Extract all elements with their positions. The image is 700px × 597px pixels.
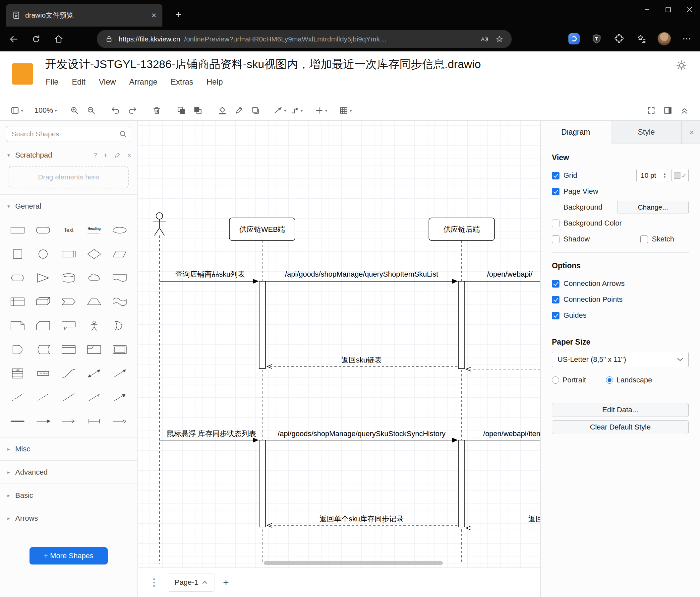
delete-button[interactable] [150,103,164,118]
shape-container[interactable] [56,340,81,359]
shape-dotted-line[interactable] [30,388,56,407]
menu-arrange[interactable]: Arrange [129,77,157,87]
shape-data-storage[interactable] [30,340,56,359]
page-tab[interactable]: Page-1 [168,573,215,592]
section-general[interactable]: ▾ General [0,194,137,218]
connection-arrows-checkbox[interactable] [552,280,559,288]
redo-button[interactable] [125,103,139,118]
shape-tape[interactable] [107,292,132,311]
guides-checkbox[interactable] [552,312,559,319]
shadow-button[interactable] [249,103,262,118]
table-button[interactable]: ▾ [339,103,353,118]
shape-cube[interactable] [30,292,56,311]
sketch-checkbox[interactable] [640,236,648,243]
portrait-radio[interactable] [552,377,559,384]
menu-view[interactable]: View [99,77,116,87]
shape-arrow-open[interactable] [81,388,107,407]
shape-horizontal-arrow-open[interactable] [56,412,81,430]
shape-diamond-arrow[interactable] [107,412,132,430]
section-arrows[interactable]: ▸Arrows [0,507,137,530]
activation-bars-1[interactable] [259,281,465,368]
theme-toggle-button[interactable] [674,58,689,73]
fill-color-button[interactable] [216,103,229,118]
shape-note[interactable] [5,316,30,335]
zoom-in-button[interactable] [68,103,81,118]
connection-points-checkbox[interactable] [552,296,559,304]
shape-bidirectional-arrow[interactable] [81,364,107,383]
scratchpad-close-icon[interactable]: × [127,151,131,159]
line-color-button[interactable] [232,103,246,118]
menu-help[interactable]: Help [206,77,223,87]
shape-or[interactable] [107,316,132,335]
shape-double-rectangle[interactable] [107,340,132,359]
shape-rounded-rectangle[interactable] [30,221,56,239]
scratchpad-edit-icon[interactable] [114,152,121,159]
message-group-2[interactable]: 鼠标悬浮 库存同步状态列表 /api/goods/shopManage/quer… [159,430,540,440]
return-group-2[interactable]: 返回单个sku库存同步记录 返回 [267,515,540,528]
shape-link[interactable] [81,412,107,430]
menu-edit[interactable]: Edit [72,77,85,87]
section-advanced[interactable]: ▸Advanced [0,460,137,483]
scratchpad-help-icon[interactable]: ? [94,151,97,159]
shape-card[interactable] [30,316,56,335]
window-close-button[interactable] [679,0,700,19]
landscape-radio[interactable] [606,377,613,384]
shape-horizontal-arrow[interactable] [30,412,56,430]
actor-figure[interactable] [153,213,166,236]
shape-document[interactable] [107,269,132,287]
shape-callout[interactable] [56,316,81,335]
address-bar[interactable]: https://file.kkview.cn /onlinePreview?ur… [97,30,512,48]
background-color-checkbox[interactable] [552,219,559,227]
favorite-star-icon[interactable] [494,33,505,45]
back-button[interactable] [5,30,23,48]
scratchpad-header[interactable]: ▾ Scratchpad ? + × [0,146,137,165]
shape-cylinder[interactable] [56,269,81,287]
format-panel-close-icon[interactable]: × [690,128,694,137]
shape-line[interactable] [56,388,81,407]
tab-close-icon[interactable]: × [151,11,156,20]
window-minimize-button[interactable] [636,0,657,19]
grid-color-button[interactable] [672,169,689,182]
activation-bars-2[interactable] [259,440,465,527]
shape-step[interactable] [56,292,81,311]
copilot-icon[interactable] [568,32,581,45]
to-back-button[interactable] [191,103,205,118]
shape-search-input[interactable] [11,130,116,138]
tab-style[interactable]: Style [611,121,682,144]
tab-diagram[interactable]: Diagram [541,121,611,144]
background-change-button[interactable]: Change... [617,201,689,214]
zoom-out-button[interactable] [84,103,98,118]
shape-dashed-line[interactable] [5,388,30,407]
read-aloud-icon[interactable]: A [479,33,490,45]
page-view-checkbox[interactable] [552,188,559,195]
profile-avatar[interactable] [657,32,671,45]
drawing-canvas[interactable]: 供应链WEB端 供应链后端 查询店铺商品sku列表 /api/goods/sho… [138,121,540,568]
home-button[interactable] [50,30,68,48]
section-basic[interactable]: ▸Basic [0,483,137,507]
shape-frame[interactable] [81,340,107,359]
new-tab-button[interactable]: + [171,7,185,22]
shape-actor[interactable] [81,316,107,335]
return-group-1[interactable]: 返回sku链表 [267,356,540,369]
extensions-puzzle-icon[interactable] [612,32,626,45]
connection-style-button[interactable]: ▾ [273,103,287,118]
lifelines[interactable] [159,236,462,564]
fullscreen-button[interactable] [644,103,658,118]
shape-curve[interactable] [56,364,81,383]
grid-checkbox[interactable] [552,172,559,180]
scratchpad-drop-area[interactable]: Drag elements here [9,166,129,188]
clear-default-style-button[interactable]: Clear Default Style [552,420,689,434]
zoom-level-dropdown[interactable]: 100%▾ [34,103,57,118]
scratchpad-add-icon[interactable]: + [104,151,108,159]
participant-box-backend[interactable]: 供应链后端 [429,218,495,240]
shape-square[interactable] [5,245,30,263]
window-maximize-button[interactable] [657,0,679,19]
shape-process[interactable] [56,245,81,263]
waypoints-button[interactable]: ▾ [290,103,304,118]
menu-file[interactable]: File [46,77,59,87]
section-misc[interactable]: ▸Misc [0,437,137,460]
shape-list[interactable]: List [5,364,30,383]
shape-bold-line[interactable] [5,412,30,430]
add-page-button[interactable]: + [223,577,229,588]
shadow-checkbox[interactable] [552,236,559,243]
